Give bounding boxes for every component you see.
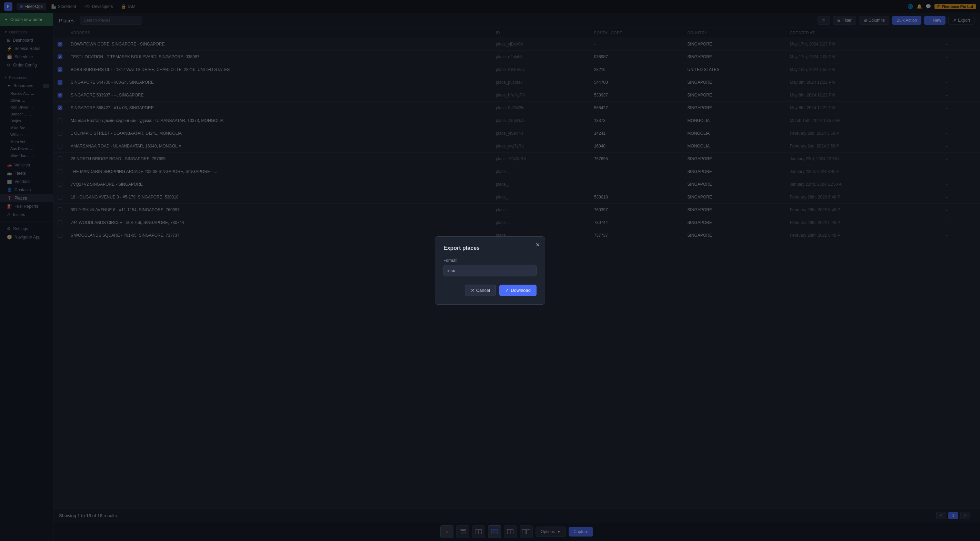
modal-close-button[interactable]: ✕ <box>536 241 540 248</box>
download-icon: ✓ <box>505 288 509 293</box>
modal-actions: ✕ Cancel ✓ Download <box>444 285 536 296</box>
modal-overlay: ✕ Export places Format xlsx csv json ✕ C… <box>0 0 980 541</box>
format-select[interactable]: xlsx csv json <box>444 265 536 276</box>
download-button[interactable]: ✓ Download <box>499 285 536 296</box>
modal-title: Export places <box>444 245 536 251</box>
cancel-icon: ✕ <box>471 288 474 293</box>
download-label: Download <box>511 288 531 293</box>
cancel-button[interactable]: ✕ Cancel <box>465 285 496 296</box>
format-label: Format <box>444 258 536 263</box>
export-modal: ✕ Export places Format xlsx csv json ✕ C… <box>435 236 545 305</box>
cancel-label: Cancel <box>476 288 490 293</box>
